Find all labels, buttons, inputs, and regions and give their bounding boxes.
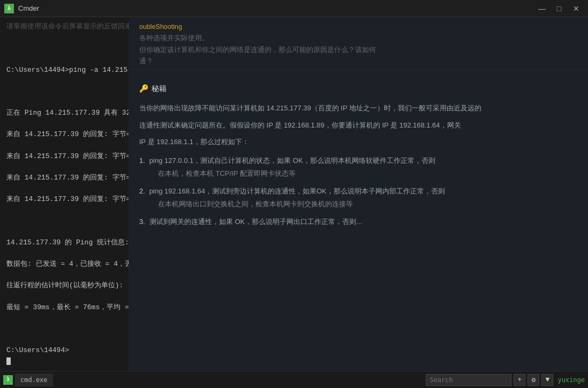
menu-icon: ▼: [546, 376, 550, 384]
list-item-1-sub: 在本机，检查本机 TCP/IP 配置即网卡状态等: [149, 167, 435, 180]
web-main-content: 🔑 秘籍 当你的网络出现故障不能访问某计算机如 14.215.177.39（百度…: [129, 73, 588, 242]
list-item-1-text: ping 127.0.0.1，测试自己计算机的状态，如果 OK，那么说明本机网络…: [149, 154, 435, 167]
web-panel: oubleShooting 各种选项并实际使用。 但你确定该计算机和你之间的网络…: [129, 17, 588, 371]
key-icon: 🔑: [139, 82, 148, 95]
taskbar-app-icon: λ: [3, 375, 13, 385]
search-box[interactable]: [426, 374, 511, 386]
list-item-3: 3. 测试到网关的连通性，如果 OK，那么说明子网出口工作正常，否则...: [139, 215, 577, 228]
minimize-button[interactable]: —: [534, 3, 549, 14]
web-top-line1: oubleShooting: [139, 21, 577, 33]
settings-button[interactable]: ⚙: [527, 374, 539, 386]
web-para-2: 连通性测试来确定问题所在。假假设你的 IP 是 192.168.1.89，你要通…: [139, 119, 577, 131]
list-num-1: 1.: [139, 154, 145, 180]
maximize-button[interactable]: □: [552, 3, 567, 14]
menu-button[interactable]: ▼: [541, 374, 553, 386]
title-bar: λ Cmder — □ ✕: [0, 0, 588, 17]
list-item-1: 1. ping 127.0.0.1，测试自己计算机的状态，如果 OK，那么说明本…: [139, 154, 577, 180]
web-top-line2: 各种选项并实际使用。: [139, 33, 577, 44]
taskbar-actions: + ⚙ ▼: [514, 374, 553, 386]
cursor: [6, 357, 11, 365]
main-area: 请掌握使用该命令后屏幕显示的反馈回来信息的意思，如：TTL、时间等。 C:\Us…: [0, 17, 588, 371]
taskbar-user: yuxinge: [557, 376, 585, 384]
list-item-2-text: ping 192.168.1.64，测试到旁边计算机的连通性，如果OK，那么说明…: [149, 185, 445, 197]
add-tab-button[interactable]: +: [514, 374, 525, 386]
divider: [129, 69, 588, 73]
title-bar-left: λ Cmder: [4, 4, 39, 13]
web-top-text: oubleShooting 各种选项并实际使用。 但你确定该计算机和你之间的网络…: [129, 17, 588, 69]
section-title: 🔑 秘籍: [139, 82, 577, 95]
web-para-1: 当你的网络出现故障不能访问某计算机如 14.215.177.39（百度的 IP …: [139, 102, 577, 114]
web-top-line3: 但你确定该计算机和你之间的网络是连通的，那么可能的原因是什么？该如何: [139, 44, 577, 56]
settings-icon: ⚙: [532, 376, 536, 384]
taskbar-tab[interactable]: cmd.exe: [15, 374, 53, 386]
web-list: 1. ping 127.0.0.1，测试自己计算机的状态，如果 OK，那么说明本…: [139, 154, 577, 228]
list-num-3: 3.: [139, 215, 145, 228]
window-title: Cmder: [18, 4, 39, 12]
app-icon: λ: [4, 4, 14, 13]
close-button[interactable]: ✕: [569, 3, 584, 14]
list-item-2-content: ping 192.168.1.64，测试到旁边计算机的连通性，如果OK，那么说明…: [149, 185, 445, 210]
list-num-2: 2.: [139, 185, 145, 210]
section-title-text: 秘籍: [152, 82, 167, 95]
web-top-line4: 通？: [139, 56, 577, 67]
search-input[interactable]: [429, 376, 508, 384]
web-para-3: IP 是 192.168.1.1，那么过程如下：: [139, 136, 577, 148]
list-item-3-content: 测试到网关的连通性，如果 OK，那么说明子网出口工作正常，否则...: [149, 215, 362, 228]
taskbar: λ cmd.exe + ⚙ ▼ yuxinge: [0, 371, 588, 388]
list-item-2-sub: 在本机网络出口到交换机之间，检查本机网卡到交换机的连接等: [149, 198, 445, 210]
list-item-1-content: ping 127.0.0.1，测试自己计算机的状态，如果 OK，那么说明本机网络…: [149, 154, 435, 180]
window-controls: — □ ✕: [534, 3, 584, 14]
list-item-2: 2. ping 192.168.1.64，测试到旁边计算机的连通性，如果OK，那…: [139, 185, 577, 210]
